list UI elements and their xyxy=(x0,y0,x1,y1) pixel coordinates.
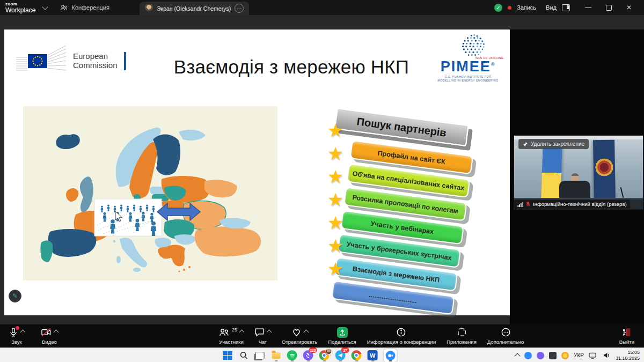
participants-icon xyxy=(60,4,68,11)
chat-icon xyxy=(254,327,265,337)
chat-caret-icon[interactable] xyxy=(267,330,272,335)
emblem-flag xyxy=(593,140,616,201)
audio-button[interactable]: Звук xyxy=(9,324,25,348)
zoom-workplace-logo: zoom Workplace xyxy=(5,2,35,13)
react-caret-icon[interactable] xyxy=(303,330,309,335)
flag-emblem xyxy=(595,158,614,177)
pimee-nas-label: NAS OF UKRAINE xyxy=(475,56,503,60)
ec-logo-text: European Commission xyxy=(73,52,118,70)
recording-label: Запись xyxy=(517,4,536,11)
meeting-info-button[interactable]: Информация о конференции xyxy=(367,324,436,348)
volume-icon[interactable] xyxy=(603,352,611,359)
tab-more-icon[interactable]: ⋯ xyxy=(235,4,244,13)
video-caret-icon[interactable] xyxy=(54,330,59,335)
pinned-video-tile[interactable]: Удалить закрепление Інформаційно-технічн… xyxy=(514,135,643,210)
close-button[interactable]: ✕ xyxy=(621,4,636,11)
task-view-button[interactable] xyxy=(254,350,266,361)
more-label: Дополнительно xyxy=(487,339,524,345)
participants-button[interactable]: 25 Участники xyxy=(219,324,244,348)
mic-muted-icon xyxy=(525,201,531,207)
list-bars: Профайл на сайт ЄК Об'ява на спеціалізов… xyxy=(331,140,473,320)
annotate-pencil-button[interactable]: ✎ xyxy=(9,290,21,302)
zoom-toolbar: Звук Видео 25 Участники Чат xyxy=(0,324,644,348)
chat-button[interactable]: Чат xyxy=(254,324,271,348)
share-button[interactable]: Поделиться xyxy=(328,324,356,348)
tray-antivirus-icon[interactable] xyxy=(561,352,569,359)
star-icon: ★ xyxy=(327,212,343,233)
pimee-logo: NAS OF UKRAINE PIMEE® G.E. PUKHOV INSTIT… xyxy=(430,33,506,83)
tab-meeting[interactable]: Конференция xyxy=(60,4,109,11)
task-view-icon xyxy=(255,352,265,359)
apps-button[interactable]: Приложения xyxy=(447,324,477,348)
time-label: 15:05 xyxy=(616,350,640,356)
presenter-avatar xyxy=(145,4,153,12)
signal-icon xyxy=(517,202,523,207)
search-button[interactable] xyxy=(238,350,250,361)
chrome-avatar xyxy=(326,348,332,354)
zoom-app-button[interactable] xyxy=(383,350,398,361)
apps-label: Приложения xyxy=(447,339,477,345)
word-icon: W xyxy=(368,350,378,360)
chrome-profile-button[interactable] xyxy=(319,350,330,361)
tab-meeting-label: Конференция xyxy=(71,4,109,11)
participants-label: Участники xyxy=(219,339,243,345)
leave-button[interactable]: Выйти xyxy=(619,324,634,348)
tray-viber-icon[interactable] xyxy=(537,352,544,359)
chat-label: Чат xyxy=(259,339,267,345)
eu-flag-icon xyxy=(15,43,67,79)
spotify-button[interactable] xyxy=(287,350,298,361)
telegram-button[interactable]: 37 xyxy=(335,350,346,361)
camera-off-icon xyxy=(41,327,52,337)
share-label: Поделиться xyxy=(328,339,356,345)
telegram-badge: 37 xyxy=(341,348,349,353)
view-label[interactable]: Вид xyxy=(546,4,557,11)
star-icon: ★ xyxy=(327,189,343,210)
search-icon xyxy=(239,351,248,360)
info-icon xyxy=(396,327,406,337)
chevron-down-icon[interactable] xyxy=(42,4,48,10)
video-label: Видео xyxy=(42,339,57,345)
slide-title: Взаємодія з мережею НКП xyxy=(165,56,418,78)
pin-icon xyxy=(523,142,528,147)
audio-label: Звук xyxy=(11,339,21,345)
clock[interactable]: 15:05 31.10.2025 xyxy=(616,350,640,361)
more-icon xyxy=(501,327,511,337)
maximize-button[interactable] xyxy=(601,5,616,11)
audio-caret-icon[interactable] xyxy=(20,330,26,335)
remove-pin-button[interactable]: Удалить закрепление xyxy=(518,139,589,149)
language-indicator[interactable]: УКР xyxy=(574,352,584,358)
tray-expand-icon[interactable] xyxy=(514,353,520,359)
video-button[interactable]: Видео xyxy=(41,324,58,348)
viber-button[interactable]: 123 xyxy=(303,350,314,361)
ec-logo-bar xyxy=(124,52,126,70)
tray-app-icon[interactable] xyxy=(549,352,557,359)
word-button[interactable]: W xyxy=(367,350,378,361)
share-screen-icon xyxy=(337,327,348,338)
pimee-sphere-icon xyxy=(459,33,488,57)
more-button[interactable]: Дополнительно xyxy=(487,324,524,348)
participants-caret-icon[interactable] xyxy=(239,330,245,335)
security-shield-icon[interactable]: ✓ xyxy=(494,4,502,12)
windows-icon xyxy=(223,351,232,360)
tab-screen-label: Экран (Oleksandr Chemerys) xyxy=(157,5,231,12)
participants-count: 25 xyxy=(232,327,237,333)
file-explorer-button[interactable] xyxy=(270,350,282,361)
tab-screen-share[interactable]: Экран (Oleksandr Chemerys) ⋯ xyxy=(140,2,249,15)
remove-pin-label: Удалить закрепление xyxy=(531,141,584,147)
apps-icon xyxy=(457,327,467,337)
minimize-button[interactable]: — xyxy=(581,4,596,11)
meeting-stage: European Commission Взаємодія з мережею … xyxy=(0,15,644,324)
chrome-button[interactable] xyxy=(351,350,362,361)
tray-zoom-icon[interactable] xyxy=(524,352,532,359)
star-icon: ★ xyxy=(327,143,343,164)
european-commission-logo: European Commission xyxy=(15,43,126,79)
view-layout-icon[interactable] xyxy=(562,4,570,11)
pimee-name: PIMEE® xyxy=(430,60,506,74)
mic-alert-dot xyxy=(16,326,19,330)
start-button[interactable] xyxy=(222,350,233,361)
brand-zoom: zoom xyxy=(5,2,35,6)
star-icon: ★ xyxy=(327,258,343,279)
network-icon[interactable] xyxy=(589,352,598,359)
spotify-icon xyxy=(287,350,297,360)
react-button[interactable]: Отреагировать xyxy=(282,324,317,348)
